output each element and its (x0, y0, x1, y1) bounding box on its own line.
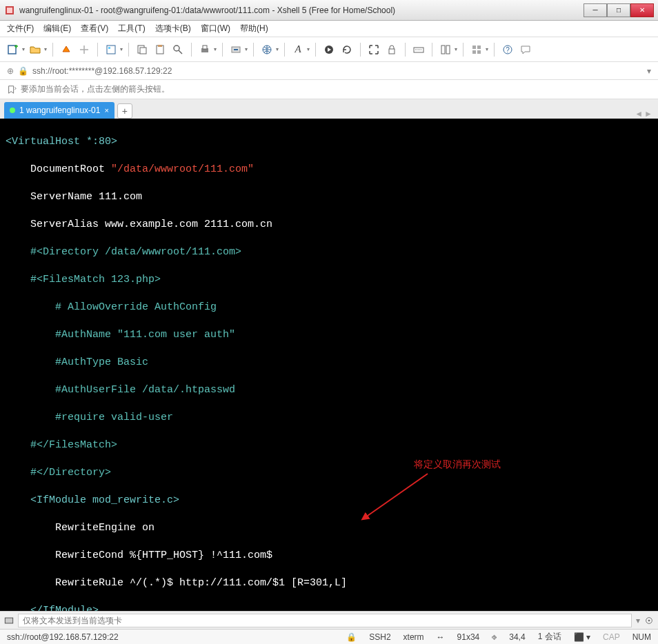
refresh-icon[interactable] (339, 42, 355, 57)
window-title: wangruifenglinux-01 - root@wangruifeng-0… (19, 6, 584, 15)
paste-icon[interactable] (152, 42, 168, 57)
status-proto-icon: 🔒 (346, 632, 357, 642)
session-tab[interactable]: 1 wangruifenglinux-01 × (4, 102, 114, 119)
minimize-button[interactable]: ─ (584, 3, 607, 17)
menubar: 文件(F) 编辑(E) 查看(V) 工具(T) 选项卡(B) 窗口(W) 帮助(… (0, 21, 658, 37)
send-input[interactable] (18, 614, 632, 627)
find-icon[interactable] (170, 42, 186, 57)
reconnect-icon[interactable] (59, 42, 74, 57)
svg-rect-6 (158, 45, 162, 47)
addressbar-dropdown-icon[interactable]: ▾ (647, 66, 651, 76)
tab-prev-icon[interactable]: ◄ (635, 109, 643, 119)
window-controls: ─ □ ✕ (584, 3, 654, 17)
lock-icon[interactable] (384, 42, 399, 57)
send-target-icon[interactable]: ▾ (636, 616, 640, 625)
svg-rect-0 (8, 46, 16, 54)
status-pos: 34,4 (509, 632, 525, 642)
menu-view[interactable]: 查看(V) (81, 23, 108, 34)
menu-file[interactable]: 文件(F) (7, 23, 34, 34)
svg-rect-19 (472, 50, 476, 54)
status-cap: CAP (603, 632, 620, 642)
status-pos-icon: ⎆ (492, 632, 497, 642)
annotation-arrow-icon (359, 470, 435, 525)
maximize-button[interactable]: □ (607, 3, 630, 17)
status-net-icon: ⬛ ▾ (574, 632, 590, 642)
tab-add-button[interactable]: + (117, 103, 132, 119)
svg-text:?: ? (506, 46, 510, 54)
bookmark-icon[interactable] (7, 85, 17, 94)
addressbar-text[interactable]: ssh://root:********@192.168.57.129:22 (32, 66, 643, 76)
help-icon[interactable]: ? (500, 42, 515, 57)
connected-indicator-icon (10, 108, 15, 113)
svg-rect-20 (477, 50, 481, 54)
send-mode-icon[interactable] (4, 616, 14, 625)
addressbar-add-icon[interactable]: ⊕ (7, 66, 14, 76)
window-titlebar: wangruifenglinux-01 - root@wangruifeng-0… (0, 0, 658, 21)
svg-rect-18 (477, 46, 481, 49)
tabbar: 1 wangruifenglinux-01 × + ◄ ► (0, 99, 658, 119)
svg-rect-17 (472, 46, 476, 49)
svg-rect-2 (108, 47, 110, 49)
vhost-open: <VirtualHost *:80> (6, 136, 117, 148)
status-proto: SSH2 (369, 632, 390, 642)
status-term: xterm (403, 632, 424, 642)
toolbar: ▾ ▾ ▾ ▾ ▾ ▾ A▾ ▾ ▾ ? (0, 37, 658, 62)
tab-next-icon[interactable]: ► (644, 109, 652, 119)
status-sessions: 1 会话 (538, 631, 561, 643)
addressbar: ⊕ 🔒 ssh://root:********@192.168.57.129:2… (0, 62, 658, 80)
menu-help[interactable]: 帮助(H) (240, 23, 268, 34)
svg-rect-13 (389, 49, 395, 54)
tab-label: 1 wangruifenglinux-01 (19, 105, 100, 115)
status-size: 91x34 (457, 632, 480, 642)
status-connection: ssh://root@192.168.57.129:22 (7, 632, 119, 642)
terminal[interactable]: <VirtualHost *:80> DocumentRoot "/data/w… (0, 119, 658, 611)
svg-rect-4 (140, 48, 146, 54)
svg-point-7 (174, 46, 179, 51)
infobar-text: 要添加当前会话，点击左侧的箭头按钮。 (21, 83, 170, 95)
print-icon[interactable] (197, 42, 212, 57)
svg-line-23 (366, 474, 428, 517)
open-folder-icon[interactable] (28, 42, 43, 57)
status-num: NUM (632, 632, 651, 642)
chat-icon[interactable] (518, 42, 533, 57)
keyboard-icon[interactable] (411, 42, 426, 57)
script-icon[interactable] (321, 42, 337, 57)
new-session-icon[interactable] (6, 42, 21, 57)
menu-window[interactable]: 窗口(W) (201, 23, 230, 34)
send-inputbar: ▾ (0, 611, 658, 629)
properties-icon[interactable] (103, 42, 119, 57)
globe-icon[interactable] (259, 42, 275, 57)
send-settings-icon[interactable] (644, 616, 654, 625)
fullscreen-icon[interactable] (366, 42, 381, 57)
tile-icon[interactable] (438, 42, 453, 57)
copy-icon[interactable] (134, 42, 150, 57)
svg-point-27 (648, 619, 650, 621)
annotation-text: 将定义取消再次测试 (414, 458, 501, 472)
close-button[interactable]: ✕ (630, 3, 654, 17)
menu-edit[interactable]: 编辑(E) (43, 23, 71, 34)
font-icon[interactable]: A (290, 42, 306, 57)
svg-rect-1 (107, 46, 115, 54)
svg-rect-9 (203, 46, 207, 49)
menu-tools[interactable]: 工具(T) (118, 23, 145, 34)
statusbar: ssh://root@192.168.57.129:22 🔒 SSH2 xter… (0, 629, 658, 644)
lock-small-icon: 🔒 (18, 66, 28, 76)
infobar: 要添加当前会话，点击左侧的箭头按钮。 (0, 80, 658, 99)
disconnect-icon[interactable] (77, 42, 92, 57)
svg-rect-15 (441, 46, 445, 54)
menu-tabs[interactable]: 选项卡(B) (155, 23, 191, 34)
status-size-icon: ↔ (437, 632, 445, 642)
svg-rect-25 (6, 618, 13, 623)
app-icon (4, 5, 15, 16)
svg-rect-16 (446, 46, 450, 54)
tab-close-icon[interactable]: × (104, 106, 108, 114)
layout-icon[interactable] (469, 42, 484, 57)
xftp-icon[interactable] (228, 42, 243, 57)
